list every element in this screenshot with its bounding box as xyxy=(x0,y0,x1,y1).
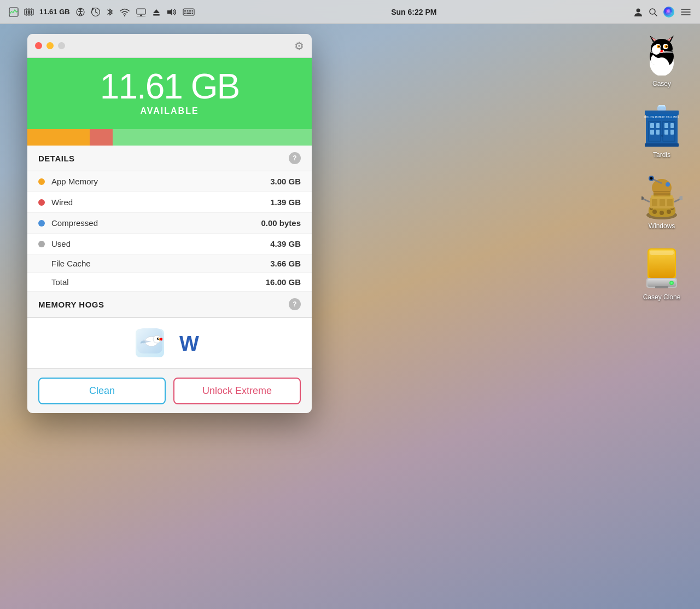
desktop-icon-casey[interactable]: Casey xyxy=(640,33,684,88)
settings-gear-icon[interactable]: ⚙ xyxy=(294,39,304,53)
spotlight-icon[interactable] xyxy=(649,8,657,16)
progress-green-segment xyxy=(113,129,312,146)
desktop-icon-casey-clone[interactable]: Casey Clone xyxy=(640,246,684,301)
mailplane-hog-icon xyxy=(136,329,164,357)
eject-icon[interactable] xyxy=(152,8,161,16)
ram-icon[interactable] xyxy=(24,7,34,17)
svg-point-64 xyxy=(654,57,669,75)
svg-rect-27 xyxy=(189,10,191,11)
svg-rect-2 xyxy=(26,10,27,14)
svg-point-37 xyxy=(667,9,670,13)
memory-progress-bar xyxy=(27,129,312,146)
file-cache-label: File Cache xyxy=(51,259,270,268)
menubar: 11.61 GB xyxy=(0,0,700,24)
wired-dot xyxy=(38,199,45,206)
svg-rect-4 xyxy=(31,10,32,14)
wired-label: Wired xyxy=(51,198,270,207)
svg-line-34 xyxy=(655,14,657,16)
notification-center-icon[interactable] xyxy=(680,8,691,16)
app-memory-label: App Memory xyxy=(51,177,270,186)
svg-rect-76 xyxy=(656,130,660,135)
word-hog-icon: W xyxy=(175,329,203,357)
svg-point-99 xyxy=(650,177,652,180)
desktop-icon-windows[interactable]: Windows xyxy=(640,175,684,230)
svg-rect-75 xyxy=(656,123,660,128)
used-label: Used xyxy=(51,239,270,248)
svg-rect-29 xyxy=(184,13,186,14)
svg-marker-21 xyxy=(153,9,160,13)
dalek-icon-img xyxy=(640,175,684,219)
svg-point-55 xyxy=(658,45,660,47)
activity-monitor-icon[interactable] xyxy=(9,7,19,17)
menubar-time: Sun 6:22 PM xyxy=(195,8,633,16)
casey-clone-label: Casey Clone xyxy=(643,293,681,301)
svg-rect-19 xyxy=(137,9,145,14)
svg-point-86 xyxy=(660,211,664,215)
clean-button[interactable]: Clean xyxy=(38,378,166,404)
window-minimize-button[interactable] xyxy=(46,42,54,49)
window-buttons xyxy=(35,42,65,49)
total-value: 16.00 GB xyxy=(266,277,301,287)
details-header: DETAILS ? xyxy=(27,146,312,171)
svg-point-87 xyxy=(667,210,671,214)
bluetooth-icon[interactable] xyxy=(106,7,114,17)
memory-hogs-help-button[interactable]: ? xyxy=(289,298,301,310)
window-close-button[interactable] xyxy=(35,42,42,49)
svg-rect-91 xyxy=(652,199,657,206)
compressed-value: 0.00 bytes xyxy=(261,218,301,228)
title-bar: ⚙ xyxy=(27,34,312,58)
svg-rect-110 xyxy=(650,251,674,255)
accessibility-icon[interactable] xyxy=(75,7,85,17)
svg-rect-30 xyxy=(186,13,191,14)
svg-rect-25 xyxy=(184,10,186,11)
available-label: AVAILABLE xyxy=(38,106,301,116)
time-machine-icon[interactable] xyxy=(91,7,101,17)
compressed-row: Compressed 0.00 bytes xyxy=(27,213,312,234)
svg-rect-26 xyxy=(186,10,188,11)
app-memory-value: 3.00 GB xyxy=(270,177,301,186)
wifi-icon[interactable] xyxy=(119,8,130,16)
svg-point-121 xyxy=(158,338,159,339)
svg-point-83 xyxy=(658,106,665,109)
svg-rect-73 xyxy=(650,123,654,128)
svg-text:POLICE PUBLIC CALL BOX: POLICE PUBLIC CALL BOX xyxy=(644,115,679,119)
compressed-dot xyxy=(38,220,45,227)
available-size-value: 11.61 GB xyxy=(38,69,301,104)
user-icon[interactable] xyxy=(633,7,643,17)
svg-point-85 xyxy=(652,210,657,214)
svg-rect-24 xyxy=(183,9,194,15)
tardis-label: Tardis xyxy=(653,151,670,159)
svg-rect-28 xyxy=(191,10,193,11)
used-dot xyxy=(38,241,45,247)
svg-point-32 xyxy=(637,8,640,12)
ram-value: 11.61 GB xyxy=(39,8,70,16)
wired-row: Wired 1.39 GB xyxy=(27,192,312,213)
desktop-icon-tardis[interactable]: POLICE PUBLIC CALL BOX xyxy=(640,104,684,159)
siri-icon[interactable] xyxy=(663,6,675,18)
svg-rect-77 xyxy=(664,123,668,128)
memory-hogs-title: MEMORY HOGS xyxy=(38,300,104,309)
casey-icon-img xyxy=(640,33,684,77)
keyboard-icon[interactable] xyxy=(183,8,195,16)
window-maximize-button[interactable] xyxy=(58,42,65,49)
svg-rect-92 xyxy=(660,199,665,206)
volume-icon[interactable] xyxy=(166,8,177,16)
compressed-label: Compressed xyxy=(51,218,261,228)
used-value: 4.39 GB xyxy=(270,239,301,248)
details-section: DETAILS ? App Memory 3.00 GB Wired 1.39 … xyxy=(27,146,312,292)
airplay-icon[interactable] xyxy=(136,8,147,16)
details-title: DETAILS xyxy=(38,154,75,163)
file-cache-row: File Cache 3.66 GB xyxy=(27,254,312,273)
total-label: Total xyxy=(51,277,266,287)
memory-hogs-section: MEMORY HOGS ? xyxy=(27,292,312,368)
svg-rect-3 xyxy=(28,10,30,14)
unlock-extreme-button[interactable]: Unlock Extreme xyxy=(173,378,301,404)
svg-point-82 xyxy=(661,135,663,137)
svg-point-18 xyxy=(124,15,125,16)
svg-rect-22 xyxy=(153,14,160,16)
svg-rect-31 xyxy=(191,13,193,14)
svg-line-16 xyxy=(80,13,82,15)
details-help-button[interactable]: ? xyxy=(289,152,301,164)
app-memory-row: App Memory 3.00 GB xyxy=(27,171,312,192)
svg-marker-23 xyxy=(167,9,172,15)
